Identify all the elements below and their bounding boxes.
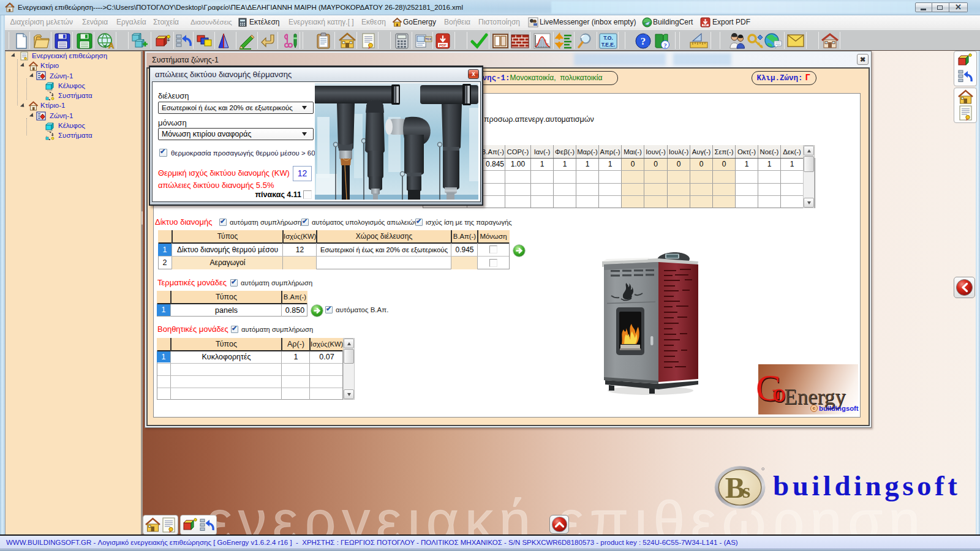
svg-text:A: A (108, 41, 115, 50)
svg-text:PDF: PDF (439, 43, 447, 47)
svg-text:TEE: TEE (425, 37, 432, 41)
svg-text:?: ? (641, 36, 646, 47)
svg-text:T.E.E.: T.E.E. (601, 42, 616, 48)
svg-text:?: ? (663, 42, 667, 49)
svg-text:s: s (742, 479, 750, 502)
svg-text:T.O.: T.O. (603, 35, 613, 41)
svg-text:PDF: PDF (703, 24, 707, 26)
